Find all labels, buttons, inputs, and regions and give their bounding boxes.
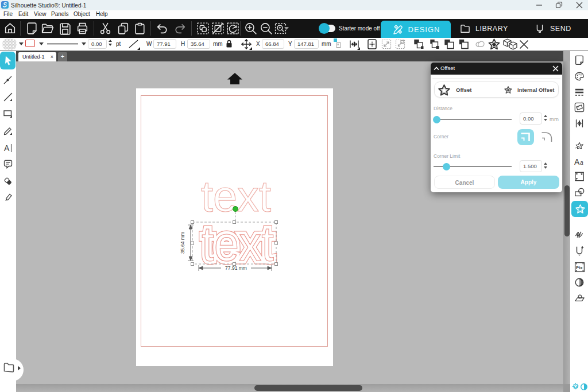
distance-field[interactable]: 0.00: [520, 112, 542, 125]
rotation-anchor-dot[interactable]: [233, 207, 238, 212]
page-setup-panel-button[interactable]: [574, 55, 585, 68]
image-effects-panel-button[interactable]: [574, 102, 585, 115]
lock-aspect-icon[interactable]: [225, 39, 233, 49]
cut-button[interactable]: [98, 21, 113, 38]
send-to-back-icon[interactable]: [458, 38, 470, 50]
thickness-spinner[interactable]: [109, 40, 113, 46]
new-tab-button[interactable]: +: [58, 52, 67, 61]
document-tab-active[interactable]: Untitled-1 ×: [18, 52, 56, 61]
corner-limit-slider-knob[interactable]: [443, 163, 450, 170]
trace-panel-button[interactable]: [574, 171, 585, 184]
save-button[interactable]: [58, 21, 72, 38]
menu-panels[interactable]: Panels: [51, 11, 69, 17]
scale-up-icon[interactable]: [381, 38, 392, 50]
panel-close-icon[interactable]: [552, 65, 559, 72]
line-tool[interactable]: [3, 92, 13, 104]
3d-cube-icon[interactable]: [502, 38, 518, 51]
offset-option-label[interactable]: Offset: [456, 87, 471, 93]
line-style-dropdown-arrow[interactable]: [82, 42, 86, 45]
fill-panel-button[interactable]: [574, 71, 585, 84]
zoom-dropdown-arrow[interactable]: [284, 27, 289, 30]
y-field[interactable]: 147.81: [294, 39, 319, 49]
bring-to-front-icon[interactable]: [443, 38, 456, 50]
modify-panel-button[interactable]: [574, 187, 585, 200]
home-button[interactable]: [3, 21, 17, 38]
scale-down-icon[interactable]: [394, 38, 406, 50]
transform-button[interactable]: [226, 21, 240, 38]
menu-object[interactable]: Object: [74, 11, 90, 17]
text-tool[interactable]: A: [3, 143, 13, 156]
fill-color-swatch[interactable]: [2, 38, 17, 50]
open-button[interactable]: [40, 21, 55, 38]
offset-panel-button[interactable]: [575, 204, 586, 217]
collapse-chevron-icon[interactable]: [434, 66, 439, 71]
zoom-in-button[interactable]: [243, 21, 258, 38]
close-button[interactable]: [571, 0, 588, 10]
redo-button[interactable]: [173, 21, 187, 38]
deselect-button[interactable]: [211, 21, 225, 38]
draw-tool[interactable]: [3, 126, 13, 138]
send-backward-icon[interactable]: [428, 38, 441, 50]
line-style-preview[interactable]: [46, 38, 79, 50]
menu-edit[interactable]: Edit: [18, 11, 28, 17]
menu-file[interactable]: File: [3, 11, 13, 17]
bring-forward-icon[interactable]: [413, 38, 425, 50]
tab-send[interactable]: SEND: [534, 19, 571, 38]
point-edit-tool[interactable]: [3, 75, 13, 87]
width-field[interactable]: 77.91: [153, 39, 176, 49]
horizontal-scrollbar[interactable]: [16, 384, 563, 392]
tab-close-icon[interactable]: ×: [51, 52, 53, 61]
zoom-out-button[interactable]: [259, 21, 273, 38]
new-document-button[interactable]: [25, 21, 39, 38]
rectangle-tool[interactable]: [3, 108, 13, 121]
distance-slider-knob[interactable]: [433, 116, 440, 123]
weld-icon[interactable]: [474, 39, 486, 49]
height-field[interactable]: 35.64: [187, 39, 210, 49]
corner-sharp-button[interactable]: [517, 129, 534, 145]
text-style-panel-button[interactable]: Aa: [574, 157, 585, 169]
tab-library[interactable]: LIBRARY: [459, 19, 508, 38]
pixscan-panel-button[interactable]: Pix: [574, 262, 585, 275]
delete-icon[interactable]: [519, 39, 529, 50]
line-style-panel-button[interactable]: [574, 88, 585, 99]
settings-gear-icon[interactable]: [571, 383, 579, 391]
anchor-selector[interactable]: [336, 42, 341, 48]
sketch-panel-button[interactable]: [574, 228, 585, 241]
minimize-button[interactable]: [531, 0, 548, 10]
line-color-swatch[interactable]: [25, 40, 35, 47]
theme-contrast-icon[interactable]: [580, 383, 588, 391]
corner-limit-spinner[interactable]: [544, 162, 548, 169]
fill-color-dropdown-arrow[interactable]: [19, 42, 24, 45]
distance-slider[interactable]: [435, 119, 512, 120]
menu-view[interactable]: View: [34, 11, 47, 17]
replicate-panel-button[interactable]: [574, 141, 585, 154]
library-flyout[interactable]: [0, 359, 24, 381]
copy-button[interactable]: [116, 21, 130, 38]
tab-design[interactable]: DESIGN: [381, 21, 451, 38]
menu-help[interactable]: Help: [96, 11, 108, 17]
corner-limit-field[interactable]: 1.500: [520, 160, 542, 172]
restore-button[interactable]: [551, 0, 568, 10]
print-button[interactable]: [75, 21, 90, 38]
line-thickness-field[interactable]: 0.00: [88, 39, 107, 49]
text-object-offset[interactable]: text text text: [202, 216, 274, 271]
vertical-scrollbar[interactable]: [563, 61, 570, 384]
offset-panel-header[interactable]: Offset: [431, 63, 562, 75]
apply-button[interactable]: Apply: [498, 176, 559, 189]
center-on-page-icon[interactable]: [366, 38, 378, 50]
notes-tool[interactable]: [3, 159, 13, 172]
select-all-button[interactable]: [196, 21, 210, 38]
internal-offset-option-label[interactable]: Internal Offset: [517, 87, 554, 93]
transform-panel-button[interactable]: [574, 118, 585, 131]
undo-button[interactable]: [155, 21, 169, 38]
eraser-tool[interactable]: [3, 176, 13, 189]
select-tool[interactable]: [3, 55, 13, 68]
paste-button[interactable]: [133, 21, 147, 38]
text-object-original[interactable]: text: [201, 172, 271, 220]
corner-round-button[interactable]: [541, 131, 554, 143]
knife-tool[interactable]: [3, 193, 13, 205]
shade-panel-button[interactable]: [574, 277, 585, 290]
cancel-button[interactable]: Cancel: [434, 176, 495, 189]
starter-mode-toggle[interactable]: [320, 25, 335, 32]
corner-limit-slider[interactable]: [434, 166, 512, 167]
